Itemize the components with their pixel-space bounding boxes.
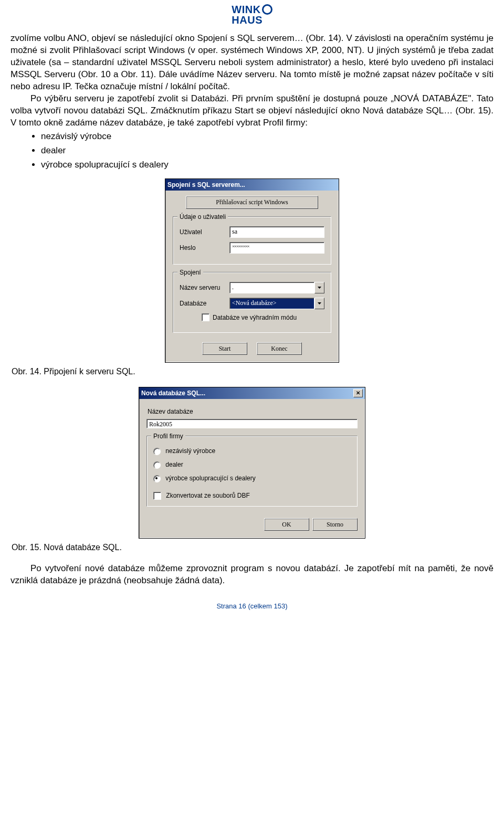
start-button[interactable]: Start <box>202 342 247 355</box>
cancel-button[interactable]: Storno <box>312 518 358 531</box>
new-sql-database-dialog: Nová databáze SQL... ✕ Název databáze Ro… <box>139 387 365 539</box>
server-name-combo[interactable]: . <box>229 282 324 293</box>
radio-label: výrobce spolupracující s dealery <box>165 475 255 482</box>
end-button[interactable]: Konec <box>257 342 302 355</box>
body-paragraph: Po vytvoření nové databáze můžeme zprovo… <box>10 563 494 587</box>
database-combo[interactable]: <Nová databáze> <box>229 298 324 309</box>
page-footer: Strana 16 (celkem 153) <box>10 602 494 611</box>
titlebar: Nová databáze SQL... ✕ <box>139 387 365 399</box>
brand-logo: WINK HAUS <box>10 0 494 33</box>
body-paragraph: zvolíme volbu ANO, objeví se následující… <box>10 33 494 93</box>
company-profile-group: Profil firmy nezávislý výrobce dealer vý… <box>146 436 358 507</box>
group-legend: Profil firmy <box>151 432 185 440</box>
dialog-title: Nová databáze SQL... <box>141 389 205 397</box>
exclusive-mode-checkbox[interactable] <box>202 313 209 321</box>
body-paragraph: Po výběru serveru je zapotřebí zvolit si… <box>10 93 494 129</box>
logo-text: HAUS <box>232 15 272 25</box>
list-item: dealer <box>41 145 494 157</box>
profile-radio-dealer[interactable] <box>153 461 161 469</box>
user-input[interactable]: sa <box>229 226 324 238</box>
bullet-list: nezávislý výrobce dealer výrobce spolupr… <box>10 131 494 171</box>
chevron-down-icon[interactable] <box>314 282 324 293</box>
figure-caption: Obr. 15. Nová databáze SQL. <box>12 542 494 553</box>
db-name-input[interactable]: Rok2005 <box>146 419 358 428</box>
logo-text: WINK <box>232 4 260 15</box>
database-label: Databáze <box>180 299 229 308</box>
db-name-label: Název databáze <box>148 407 358 416</box>
windows-login-script-button[interactable]: Přihlašovací script Windows <box>186 196 318 208</box>
convert-dbf-label: Zkonvertovat ze souborů DBF <box>166 492 249 499</box>
server-name-value[interactable]: . <box>229 282 314 293</box>
connection-group: Spojení Název serveru . Databáze <Nová d… <box>173 272 331 333</box>
group-legend: Údaje o uživateli <box>177 213 228 221</box>
radio-label: dealer <box>165 461 183 468</box>
profile-radio-independent[interactable] <box>153 448 161 455</box>
figure-caption: Obr. 14. Připojení k serveru SQL. <box>12 366 494 377</box>
convert-dbf-checkbox[interactable] <box>153 492 161 500</box>
password-input[interactable]: ×××××××× <box>229 242 324 254</box>
exclusive-mode-label: Databáze ve výhradním módu <box>213 313 297 322</box>
ok-button[interactable]: OK <box>264 518 309 531</box>
chevron-down-icon[interactable] <box>314 298 324 309</box>
user-credentials-group: Údaje o uživateli Uživatel sa Heslo ××××… <box>173 216 331 265</box>
sql-connection-dialog: Spojení s SQL serverem... Přihlašovací s… <box>165 178 339 363</box>
logo-ring-icon <box>262 4 272 15</box>
database-value[interactable]: <Nová databáze> <box>229 298 314 309</box>
list-item: nezávislý výrobce <box>41 131 494 143</box>
password-label: Heslo <box>180 244 229 252</box>
dialog-title: Spojení s SQL serverem... <box>167 181 245 189</box>
user-label: Uživatel <box>180 228 229 236</box>
titlebar: Spojení s SQL serverem... <box>165 179 339 191</box>
server-name-label: Název serveru <box>180 283 229 292</box>
close-icon[interactable]: ✕ <box>353 389 363 397</box>
profile-radio-cooperating[interactable] <box>153 475 161 482</box>
list-item: výrobce spolupracující s dealery <box>41 159 494 171</box>
radio-label: nezávislý výrobce <box>165 447 215 455</box>
group-legend: Spojení <box>177 268 203 277</box>
